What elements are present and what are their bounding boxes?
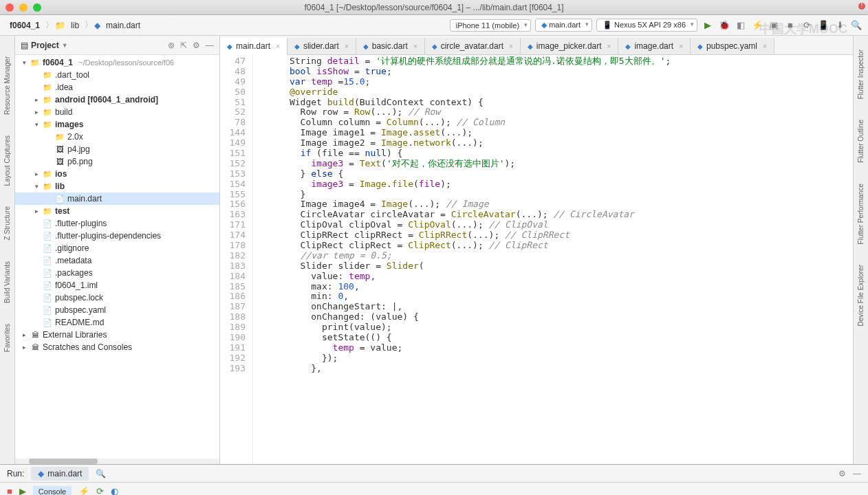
locate-icon[interactable]: ⊚ bbox=[168, 41, 175, 50]
editor-tab[interactable]: ◆main.dart× bbox=[220, 38, 287, 55]
run-panel: Run: ◆main.dart 🔍 ⚙ — ■ ▶ Console ⚡ ⟳ ◐ … bbox=[0, 464, 868, 495]
run-toolbar: ■ ▶ Console ⚡ ⟳ ◐ bbox=[0, 483, 868, 495]
rail-layout-captures[interactable]: Layout Captures bbox=[3, 135, 11, 186]
breadcrumbs: f0604_1 〉 📁 lib 〉 ◆ main.dart bbox=[6, 19, 144, 32]
tab-close-icon[interactable]: × bbox=[607, 43, 611, 50]
tab-close-icon[interactable]: × bbox=[679, 43, 683, 50]
gear-icon[interactable]: ⚙ bbox=[193, 41, 200, 50]
titlebar: f0604_1 [~/Desktop/lesson/source/f0604_1… bbox=[0, 0, 868, 15]
editor-body[interactable]: ! 47484950515278144149151152153154155156… bbox=[220, 55, 853, 464]
tree-item[interactable]: 📄.flutter-plugins bbox=[15, 217, 219, 230]
tree-item[interactable]: 📁2.0x bbox=[15, 131, 219, 143]
breadcrumb-project[interactable]: f0604_1 bbox=[6, 19, 44, 32]
project-panel: ▤ Project ▼ ⊚ ⇱ ⚙ — ▾📁f0604_1~/Desktop/l… bbox=[15, 36, 220, 464]
run-reload-icon[interactable]: ⟳ bbox=[96, 486, 104, 495]
tree-scrollbar[interactable] bbox=[15, 459, 219, 464]
tree-item[interactable]: 📄f0604_1.iml bbox=[15, 279, 219, 292]
tree-item[interactable]: 📄main.dart bbox=[15, 192, 219, 205]
tree-item-scratches[interactable]: ▸🏛Scratches and Consoles bbox=[15, 341, 219, 353]
tab-close-icon[interactable]: × bbox=[276, 43, 280, 50]
left-tool-rail: Resource Manager Layout Captures Z Struc… bbox=[0, 36, 15, 464]
tree-item[interactable]: ▾📁lib bbox=[15, 180, 219, 192]
tree-root[interactable]: ▾📁f0604_1~/Desktop/lesson/source/f06 bbox=[15, 56, 219, 69]
tree-item[interactable]: 📄pubspec.yaml bbox=[15, 304, 219, 316]
tree-item[interactable]: 📄.gitignore bbox=[15, 242, 219, 254]
editor-tab[interactable]: ◆image_picker.dart× bbox=[521, 38, 619, 54]
tree-scrollbar-thumb[interactable] bbox=[29, 459, 98, 464]
tree-item[interactable]: 📁.dart_tool bbox=[15, 69, 219, 81]
breadcrumb-folder[interactable]: lib bbox=[67, 19, 83, 32]
profile-icon[interactable]: ◧ bbox=[735, 19, 747, 32]
run-hide-icon[interactable]: — bbox=[853, 469, 861, 478]
rail-favorites[interactable]: Favorites bbox=[3, 324, 11, 352]
tree-item-ext_lib[interactable]: ▸🏛External Libraries bbox=[15, 329, 219, 341]
code-area[interactable]: String detail = '计算机的硬件系统组成部分就是通常说的冯.诺依曼… bbox=[253, 55, 853, 464]
tab-close-icon[interactable]: × bbox=[509, 43, 513, 50]
tree-item[interactable]: 📄.metadata bbox=[15, 254, 219, 267]
tab-close-icon[interactable]: × bbox=[763, 43, 767, 50]
editor-tab[interactable]: ◆circle_avatar.dart× bbox=[425, 38, 521, 54]
editor-tab[interactable]: ◆image.dart× bbox=[618, 38, 691, 54]
tree-item[interactable]: ▸📁build bbox=[15, 106, 219, 118]
sync-icon[interactable]: ⟳ bbox=[801, 19, 813, 32]
run-flash-icon[interactable]: ⚡ bbox=[78, 486, 89, 495]
run-icon[interactable]: ▶ bbox=[702, 19, 714, 32]
tree-item[interactable]: ▾📁images bbox=[15, 118, 219, 131]
avd-selector[interactable]: 📱 Nexus 5X API 29 x86 bbox=[596, 19, 697, 32]
editor-tab[interactable]: ◆pubspec.yaml× bbox=[691, 38, 774, 54]
tree-item[interactable]: 📁.idea bbox=[15, 81, 219, 94]
run-play-icon[interactable]: ▶ bbox=[19, 486, 26, 495]
run-config-selector[interactable]: ◆ main.dart bbox=[535, 19, 592, 32]
run-find-icon[interactable]: 🔍 bbox=[96, 469, 106, 478]
breadcrumb-sep: 〉 bbox=[45, 19, 54, 31]
device-selector[interactable]: iPhone 11 (mobile) bbox=[450, 19, 531, 32]
hot-reload-icon[interactable]: ⚡ bbox=[751, 19, 763, 32]
rail-flutter-outline[interactable]: Flutter Outline bbox=[857, 120, 865, 163]
minimize-window-button[interactable] bbox=[19, 3, 28, 12]
tree-item[interactable]: 📄README.md bbox=[15, 316, 219, 329]
window-title: f0604_1 [~/Desktop/lesson/source/f0604_1… bbox=[304, 3, 563, 12]
rail-flutter-performance[interactable]: Flutter Performance bbox=[857, 184, 865, 244]
tree-item[interactable]: 🖼p6.png bbox=[15, 155, 219, 168]
tab-close-icon[interactable]: × bbox=[345, 43, 349, 50]
tree-item[interactable]: ▸📁android [f0604_1_android] bbox=[15, 94, 219, 106]
tree-item[interactable]: 🖼p4.jpg bbox=[15, 143, 219, 155]
project-header-title[interactable]: Project bbox=[31, 41, 59, 50]
project-tree[interactable]: ▾📁f0604_1~/Desktop/lesson/source/f06📁.da… bbox=[15, 55, 219, 459]
tree-item[interactable]: ▸📁ios bbox=[15, 168, 219, 180]
run-header: Run: ◆main.dart 🔍 ⚙ — bbox=[0, 465, 868, 483]
run-label: Run: bbox=[7, 469, 24, 478]
run-settings-icon[interactable]: ⚙ bbox=[838, 469, 846, 478]
editor-tabs: ◆main.dart×◆slider.dart×◆basic.dart×◆cir… bbox=[220, 36, 853, 55]
rail-flutter-inspector[interactable]: Flutter Inspector bbox=[857, 50, 865, 99]
stop-icon[interactable]: ■ bbox=[784, 19, 796, 32]
rail-resource-manager[interactable]: Resource Manager bbox=[3, 56, 11, 115]
rail-build-variants[interactable]: Build Variants bbox=[3, 261, 11, 303]
search-icon[interactable]: 🔍 bbox=[850, 19, 862, 32]
run-open-devtools-icon[interactable]: ◐ bbox=[111, 486, 118, 495]
editor-panel: ◆main.dart×◆slider.dart×◆basic.dart×◆cir… bbox=[220, 36, 853, 464]
console-tab[interactable]: Console bbox=[33, 486, 72, 496]
maximize-window-button[interactable] bbox=[33, 3, 41, 12]
tree-item[interactable]: ▸📁test bbox=[15, 205, 219, 217]
debug-icon[interactable]: 🐞 bbox=[718, 19, 730, 32]
run-rerun-icon[interactable]: ■ bbox=[7, 486, 12, 495]
editor-tab[interactable]: ◆slider.dart× bbox=[287, 38, 356, 54]
right-tool-rail: Flutter Inspector Flutter Outline Flutte… bbox=[853, 36, 868, 464]
tree-item[interactable]: 📄.flutter-plugins-dependencies bbox=[15, 230, 219, 242]
rail-structure[interactable]: Z Structure bbox=[3, 206, 11, 240]
avd-manager-icon[interactable]: 📱 bbox=[817, 19, 829, 32]
hide-icon[interactable]: — bbox=[206, 41, 214, 50]
collapse-icon[interactable]: ⇱ bbox=[180, 41, 187, 50]
attach-icon[interactable]: ▣ bbox=[768, 19, 780, 32]
close-window-button[interactable] bbox=[6, 3, 14, 12]
breadcrumb-file[interactable]: main.dart bbox=[102, 19, 144, 32]
rail-device-file-explorer[interactable]: Device File Explorer bbox=[857, 265, 865, 326]
run-tab[interactable]: ◆main.dart bbox=[31, 467, 89, 481]
tree-item[interactable]: 📄.packages bbox=[15, 267, 219, 279]
sdk-manager-icon[interactable]: ⬇ bbox=[834, 19, 846, 32]
project-view-dropdown-icon[interactable]: ▼ bbox=[62, 42, 68, 49]
editor-tab[interactable]: ◆basic.dart× bbox=[356, 38, 425, 54]
tab-close-icon[interactable]: × bbox=[413, 43, 417, 50]
tree-item[interactable]: 📄pubspec.lock bbox=[15, 292, 219, 304]
